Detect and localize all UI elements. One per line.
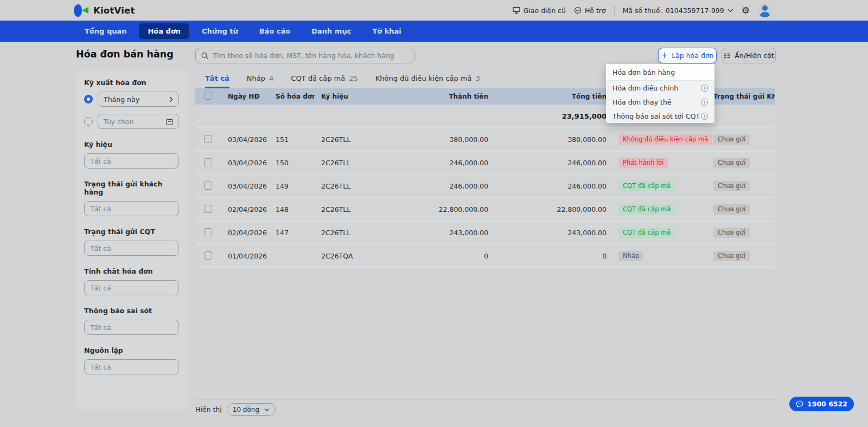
dropdown-item[interactable]: Hóa đơn điều chỉnh [606, 81, 714, 95]
header-amount[interactable]: Thành tiền [380, 93, 499, 100]
table-row[interactable]: 01/04/2026 2C26TQA 0 0 Nháp Chưa gửi [195, 245, 775, 268]
invoice-serial: 2C26TLL [315, 229, 380, 237]
invoice-serial: 2C26TLL [315, 135, 380, 144]
header-date[interactable]: Ngày HĐ [217, 93, 269, 100]
invoice-total: 380,000.00 [499, 135, 613, 144]
filter-select[interactable]: Tất cả [84, 280, 179, 295]
invoice-amount: 22,800,000.00 [380, 205, 499, 214]
nav-item[interactable]: Tổng quan [76, 23, 135, 39]
create-invoice-dropdown: Hóa đơn bán hàng Hóa đơn điều chỉnh Hóa … [606, 64, 714, 123]
dropdown-item[interactable]: Hóa đơn thay thế [606, 95, 714, 109]
filter-group: Thông báo sai sót Tất cả [84, 307, 179, 335]
user-avatar[interactable] [758, 3, 772, 17]
support-label: Hỗ trợ [585, 7, 606, 15]
custom-date-value: Tùy chọn [104, 118, 134, 126]
nav-item[interactable]: Báo cáo [251, 23, 299, 39]
row-checkbox[interactable] [204, 182, 212, 190]
header-kh-status[interactable]: Trạng thái gửi KH [713, 93, 775, 100]
help-chat-icon [574, 7, 582, 14]
table-row[interactable]: 03/04/2026 149 2C26TLL 246,000.00 246,00… [195, 175, 775, 198]
header-number[interactable]: Số hóa đơn [269, 93, 315, 100]
row-checkbox[interactable] [204, 158, 212, 166]
invoice-amount: 243,000.00 [380, 229, 499, 237]
table-row[interactable]: 02/04/2026 147 2C26TLL 243,000.00 243,00… [195, 222, 775, 245]
select-all-checkbox[interactable] [204, 92, 212, 100]
kiotviet-logo-icon [74, 4, 89, 17]
toggle-columns-button[interactable]: Ẩn/Hiện cột [722, 48, 776, 63]
info-icon [701, 99, 708, 106]
customer-send-status-badge: Chưa gửi [713, 228, 750, 238]
tab-label: Không đủ điều kiện cấp mã [375, 74, 472, 82]
chevron-down-icon [264, 408, 270, 411]
filter-label: Nguồn lập [84, 346, 179, 354]
custom-date-select[interactable]: Tùy chọn [98, 114, 179, 129]
old-interface-link[interactable]: Giao diện cũ [513, 7, 566, 15]
row-checkbox[interactable] [204, 135, 212, 143]
status-tab[interactable]: CQT đã cấp mã 25 [291, 73, 358, 87]
filter-select[interactable]: Tất cả [84, 359, 179, 374]
dropdown-item[interactable]: Thông báo sai sót tới CQT [606, 109, 714, 123]
filter-select[interactable]: Tất cả [84, 320, 179, 335]
issue-status-badge: Phát hành lỗi [618, 158, 668, 169]
table-row[interactable]: 02/04/2026 148 2C26TLL 22,800,000.00 22,… [195, 198, 775, 222]
topbar-divider [614, 5, 615, 15]
nav-item[interactable]: Hóa đơn [139, 23, 189, 39]
row-checkbox[interactable] [204, 205, 212, 213]
period-value: Tháng này [104, 95, 139, 103]
logo-text: KiotViet [93, 5, 135, 16]
nav-item[interactable]: Danh mục [303, 23, 360, 39]
hotline-chat-button[interactable]: 1900 6522 [789, 397, 854, 411]
search-icon [201, 52, 208, 60]
old-interface-label: Giao diện cũ [524, 7, 566, 15]
toggle-columns-label: Ẩn/Hiện cột [735, 51, 774, 60]
search-input[interactable] [213, 51, 409, 60]
page-size-value: 10 dòng [233, 406, 259, 413]
header-total[interactable]: Tổng tiền [499, 93, 613, 100]
table-row[interactable]: 03/04/2026 150 2C26TLL 246,000.00 246,00… [195, 152, 775, 175]
table-row[interactable]: 03/04/2026 151 2C26TLL 380,000.00 380,00… [195, 128, 775, 152]
invoice-date: 03/04/2026 [217, 159, 269, 167]
status-tabs: Tất cả Nháp 4 CQT đã cấp mã 25 Không đủ … [205, 73, 480, 87]
header-serial[interactable]: Ký hiệu [315, 93, 380, 100]
invoice-number: 149 [269, 182, 315, 190]
page-size-select[interactable]: 10 dòng [227, 403, 276, 416]
status-tab[interactable]: Tất cả [205, 73, 229, 87]
kiotviet-logo[interactable]: KiotViet [74, 4, 135, 17]
support-link[interactable]: Hỗ trợ [574, 7, 606, 15]
create-invoice-label: Lập hóa đơn [672, 51, 713, 60]
tab-count: 4 [269, 74, 273, 82]
radio-custom[interactable] [84, 117, 93, 126]
customer-send-status-badge: Chưa gửi [713, 134, 750, 145]
page-title: Hóa đơn bán hàng [76, 49, 174, 60]
period-select[interactable]: Tháng này [98, 92, 179, 107]
filter-select[interactable]: Tất cả [84, 153, 179, 169]
radio-this-month[interactable] [84, 95, 93, 103]
tab-label: Tất cả [205, 74, 229, 82]
filter-panel: Kỳ xuất hóa đơn Tháng này Tùy chọn Ký hi… [76, 70, 187, 410]
issue-status-badge: CQT đã cấp mã [618, 181, 675, 192]
dropdown-item[interactable]: Hóa đơn bán hàng [606, 64, 714, 81]
filter-label: Trạng thái gửi CQT [84, 228, 179, 236]
period-filter-label: Kỳ xuất hóa đơn [84, 79, 179, 87]
row-checkbox[interactable] [204, 251, 212, 260]
tax-code-selector[interactable]: Mã số thuế: 0104359717-999 [623, 7, 733, 15]
settings-gear-icon[interactable] [742, 6, 750, 15]
invoice-date: 01/04/2026 [217, 252, 269, 260]
hotline-number: 1900 6522 [807, 400, 847, 408]
filter-label: Ký hiệu [84, 140, 179, 148]
nav-item[interactable]: Tờ khai [363, 23, 410, 39]
status-tab[interactable]: Nháp 4 [247, 73, 273, 87]
filter-select[interactable]: Tất cả [84, 241, 179, 256]
nav-item[interactable]: Chứng từ [193, 23, 247, 39]
invoice-number: 150 [269, 159, 315, 167]
tab-count: 3 [476, 74, 480, 82]
topbar: KiotViet Giao diện cũ Hỗ trợ Mã số thuế:… [0, 0, 868, 21]
customer-send-status-badge: Chưa gửi [713, 158, 750, 169]
filter-select[interactable]: Tất cả [84, 201, 179, 216]
chat-bubble-icon [796, 400, 803, 407]
show-label: Hiển thị [195, 405, 222, 413]
row-checkbox[interactable] [204, 228, 212, 236]
dropdown-item-label: Hóa đơn bán hàng [612, 68, 675, 76]
status-tab[interactable]: Không đủ điều kiện cấp mã 3 [375, 73, 480, 87]
create-invoice-button[interactable]: Lập hóa đơn [658, 48, 717, 63]
